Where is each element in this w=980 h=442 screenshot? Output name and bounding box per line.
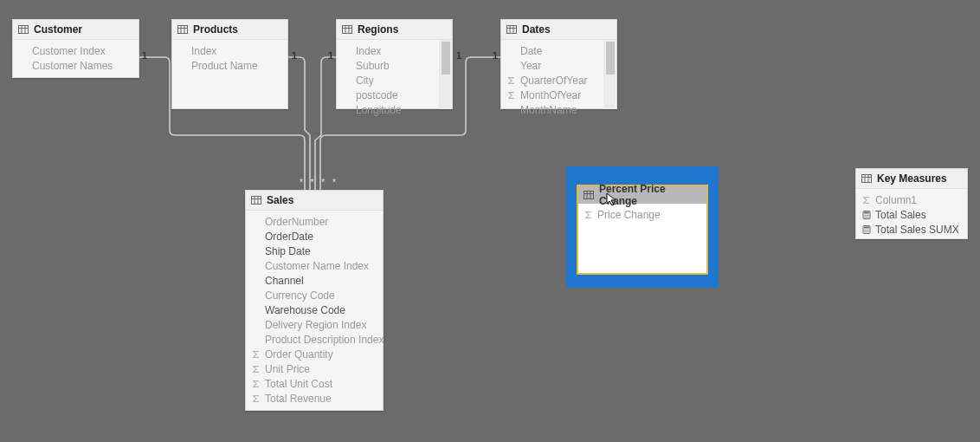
field-label: OrderNumber (265, 216, 328, 228)
field-row[interactable]: Total Sales (856, 207, 967, 222)
sigma-icon (506, 75, 517, 86)
field-label: Product Description Index (265, 334, 384, 346)
field-row[interactable]: Total Unit Cost (246, 376, 383, 391)
field-row[interactable]: Index (337, 43, 452, 58)
field-row[interactable]: Customer Index (13, 43, 139, 58)
relationship-lines (0, 0, 980, 442)
svg-point-31 (866, 214, 867, 215)
field-row[interactable]: Product Name (172, 58, 287, 73)
table-header[interactable]: Dates (501, 20, 616, 40)
field-row[interactable]: OrderNumber (246, 214, 383, 229)
sigma-icon (251, 393, 261, 404)
field-label: Customer Name Index (265, 260, 369, 272)
field-row[interactable]: Order Quantity (246, 347, 383, 361)
cardinality-one: 1 (292, 50, 297, 61)
field-label: Ship Date (265, 245, 311, 257)
svg-point-43 (867, 231, 868, 231)
table-icon (18, 24, 29, 35)
svg-rect-24 (862, 175, 872, 183)
cardinality-many: * * * * (300, 178, 338, 187)
table-header[interactable]: Percent Price Change (578, 186, 706, 204)
scrollbar-thumb[interactable] (606, 42, 615, 75)
field-row[interactable]: Total Revenue (246, 391, 383, 406)
field-label: MonthName (520, 104, 577, 116)
table-regions[interactable]: Regions IndexSuburbCitypostcodeLongitude (336, 19, 453, 109)
model-canvas[interactable]: Customer Customer IndexCustomer Names Pr… (0, 0, 980, 442)
table-customer[interactable]: Customer Customer IndexCustomer Names (12, 19, 139, 78)
field-list: Column1Total SalesTotal Sales SUMX (856, 189, 967, 240)
field-row[interactable]: Currency Code (246, 288, 383, 302)
field-row[interactable]: Customer Name Index (246, 258, 383, 273)
field-label: Suburb (356, 60, 390, 72)
sigma-icon (583, 210, 594, 220)
table-icon (861, 173, 872, 184)
table-key-measures[interactable]: Key Measures Column1Total SalesTotal Sal… (855, 168, 968, 239)
table-icon (177, 24, 188, 35)
field-row[interactable]: postcode (337, 88, 452, 102)
sigma-icon (506, 90, 517, 101)
table-header[interactable]: Products (172, 20, 287, 40)
table-dates[interactable]: Dates DateYearQuarterOfYearMonthOfYearMo… (500, 19, 617, 109)
field-row[interactable]: Channel (246, 273, 383, 288)
field-row[interactable]: Longitude (337, 102, 452, 117)
table-header[interactable]: Sales (246, 191, 383, 211)
calculator-icon (861, 224, 872, 235)
svg-rect-8 (343, 26, 352, 34)
svg-point-42 (866, 231, 867, 231)
table-header[interactable]: Customer (13, 20, 139, 40)
svg-point-40 (867, 229, 868, 230)
field-row[interactable]: QuarterOfYear (501, 73, 616, 88)
table-title: Sales (267, 194, 293, 206)
cardinality-one: 1 (456, 50, 461, 61)
svg-point-39 (866, 229, 867, 230)
table-products[interactable]: Products IndexProduct Name (171, 19, 288, 109)
field-row[interactable]: Year (501, 58, 616, 73)
field-label: OrderDate (265, 231, 313, 243)
field-row[interactable]: Unit Price (246, 361, 383, 376)
sigma-icon (251, 349, 261, 360)
field-row[interactable]: Product Description Index (246, 332, 383, 347)
field-row[interactable]: Price Change (578, 207, 706, 222)
field-row[interactable]: City (337, 73, 452, 88)
table-header[interactable]: Key Measures (856, 169, 967, 189)
field-row[interactable]: MonthName (501, 102, 616, 117)
field-row[interactable]: Customer Names (13, 58, 139, 73)
table-title: Customer (34, 23, 82, 36)
field-row[interactable]: Delivery Region Index (246, 317, 383, 332)
field-label: MonthOfYear (520, 89, 581, 101)
field-list: DateYearQuarterOfYearMonthOfYearMonthNam… (501, 40, 616, 120)
svg-rect-16 (252, 197, 261, 205)
svg-point-38 (864, 229, 865, 230)
table-title: Key Measures (877, 172, 947, 185)
table-header[interactable]: Regions (337, 20, 452, 40)
field-label: QuarterOfYear (520, 75, 588, 87)
field-row[interactable]: MonthOfYear (501, 88, 616, 102)
field-row[interactable]: Column1 (856, 192, 967, 207)
table-sales[interactable]: Sales OrderNumberOrderDateShip DateCusto… (245, 190, 384, 411)
field-label: Column1 (875, 194, 917, 206)
field-list: OrderNumberOrderDateShip DateCustomer Na… (246, 211, 383, 409)
svg-rect-12 (507, 26, 517, 34)
scrollbar-thumb[interactable] (442, 42, 450, 75)
field-row[interactable]: Total Sales SUMX (856, 222, 967, 237)
field-row[interactable]: Warehouse Code (246, 302, 383, 317)
field-row[interactable]: Date (501, 43, 616, 58)
svg-rect-0 (19, 26, 29, 34)
field-row[interactable]: Index (172, 43, 287, 58)
field-label: Total Revenue (265, 393, 332, 405)
field-list: Customer IndexCustomer Names (13, 40, 139, 76)
field-label: Delivery Region Index (265, 319, 366, 331)
field-row[interactable]: OrderDate (246, 229, 383, 244)
field-row[interactable]: Ship Date (246, 244, 383, 258)
field-label: City (356, 75, 374, 87)
table-icon (506, 24, 517, 35)
field-label: Total Unit Cost (265, 378, 332, 390)
field-label: Warehouse Code (265, 304, 345, 316)
svg-rect-37 (864, 226, 869, 228)
svg-point-32 (867, 214, 868, 215)
field-label: Unit Price (265, 363, 310, 375)
field-label: postcode (356, 89, 398, 101)
field-row[interactable]: Suburb (337, 58, 452, 73)
table-icon (583, 190, 594, 200)
table-percent-price-change[interactable]: Percent Price Change Price Change (577, 185, 708, 275)
